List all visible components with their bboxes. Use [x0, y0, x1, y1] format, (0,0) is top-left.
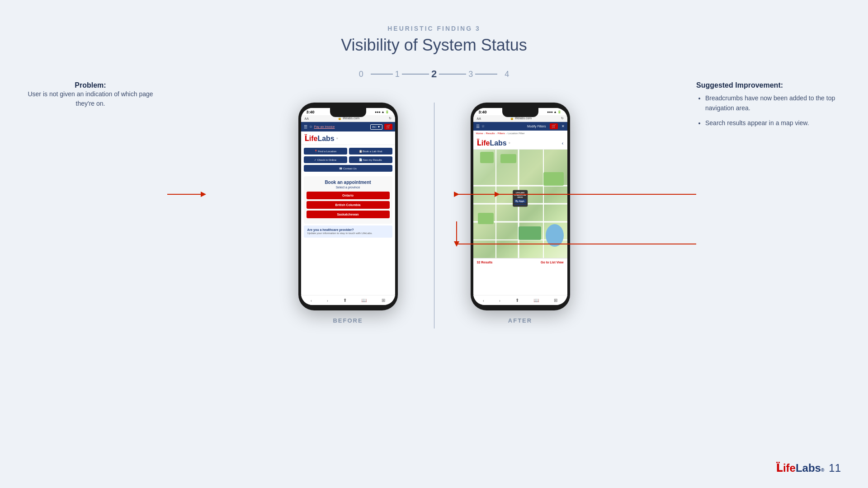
problem-text: User is not given an indication of which…	[27, 89, 154, 108]
sep1: ›	[484, 132, 485, 135]
breadcrumb-bar: Home › Results › Filters › Location Filt…	[473, 131, 567, 136]
british-columbia-btn[interactable]: British Columbia	[307, 201, 390, 209]
after-label: AFTER	[508, 317, 532, 324]
sep2: ›	[496, 132, 497, 135]
app-buttons-grid: 📍 Find a Location 📋 Book a Lab Visit ✓ C…	[301, 145, 395, 174]
before-section: 3:40 ◀ LifeLabs ●●● ▲ 🔋 AA 🔒 lifelabs.co…	[298, 103, 398, 324]
improvement-title: Suggested Improvement:	[696, 81, 841, 89]
cart-icon[interactable]: 🛒	[384, 124, 392, 130]
url-refresh-after: ↻	[561, 117, 564, 120]
share-btn[interactable]: ⬆	[343, 298, 347, 303]
contact-us-btn[interactable]: ☎ Contact Us	[304, 165, 392, 172]
logo-tm-after: ®	[509, 142, 510, 144]
after-section: 3:40 ▲ ●●● ▲ 🔋 AA 🔒 lifelabs.com ↻ ☰ ☆ M…	[471, 103, 570, 324]
back-btn-after[interactable]: ‹	[483, 298, 484, 303]
svg-rect-11	[519, 226, 541, 240]
share-btn-after[interactable]: ⬆	[515, 298, 519, 303]
ontario-btn[interactable]: Ontario	[307, 192, 390, 199]
logo-trademark: ®	[336, 137, 338, 140]
logo-labs-after: Labs	[490, 139, 506, 147]
nav-star-before: ☆	[309, 125, 312, 129]
url-after: 🔒 lifelabs.com	[510, 117, 532, 120]
section-divider	[434, 103, 434, 328]
progress-0[interactable]: 0	[357, 70, 366, 79]
list-view-link[interactable]: Go to List View	[541, 261, 563, 264]
svg-rect-8	[500, 154, 516, 163]
results-bar: 32 Results Go to List View	[473, 258, 567, 266]
sep3: ›	[506, 132, 507, 135]
check-in-btn[interactable]: ✓ Check in Online	[304, 156, 347, 163]
finding-title: Visibility of System Status	[0, 36, 868, 55]
modify-filters-btn[interactable]: Modify Filters	[486, 125, 546, 128]
pin-title: LIFELABSCOMMERCIALDRIVE	[514, 192, 527, 198]
bc-badge[interactable]: BC ▼	[370, 124, 382, 130]
bottom-bar-after: ‹ › ⬆ 📖 ⊞	[473, 295, 567, 305]
book-appt-section: Book an appointment Select a province On…	[304, 176, 392, 224]
tabs-btn-after[interactable]: ⊞	[554, 298, 557, 303]
tabs-btn[interactable]: ⊞	[382, 298, 385, 303]
nav-pay: Pay an Invoice	[314, 125, 369, 128]
app-nav-before: ☰ ☆ Pay an Invoice BC ▼ 🛒	[301, 122, 395, 131]
svg-point-12	[546, 224, 564, 247]
improvement-point-2: Search results appear in a map view.	[705, 118, 841, 128]
improvement-list: Breadcrumbs have now been added to the t…	[696, 93, 841, 128]
hamburger-icon: ☰	[304, 125, 307, 129]
progress-4[interactable]: 4	[502, 70, 511, 79]
phone-notch-before	[330, 108, 366, 117]
after-phone: 3:40 ▲ ●●● ▲ 🔋 AA 🔒 lifelabs.com ↻ ☰ ☆ M…	[471, 103, 570, 310]
footer-life: L̈ife	[776, 462, 796, 474]
results-count[interactable]: 32 Results	[477, 261, 493, 264]
book-lab-btn[interactable]: 📋 Book a Lab Visit	[349, 148, 392, 155]
healthcare-title: Are you a healthcare provider?	[307, 228, 389, 231]
bookmarks-btn[interactable]: 📖	[361, 298, 367, 303]
problem-title: Problem:	[75, 81, 106, 89]
after-screen: 3:40 ▲ ●●● ▲ 🔋 AA 🔒 lifelabs.com ↻ ☰ ☆ M…	[473, 108, 567, 305]
crumb-home[interactable]: Home	[476, 132, 483, 135]
forward-btn[interactable]: ›	[327, 298, 328, 303]
crumb-filters[interactable]: Filters	[498, 132, 505, 135]
before-label: BEFORE	[333, 317, 363, 324]
back-arrow[interactable]: ‹	[562, 140, 564, 146]
book-subtitle: Select a province	[307, 186, 390, 189]
crumb-location: Location Filter	[508, 132, 525, 135]
progress-2-active[interactable]: 2	[429, 68, 439, 80]
footer-logo: L̈ifeLabs®	[776, 462, 825, 474]
pin-badge: By Appt.	[514, 199, 527, 203]
hamburger-after: ☰	[476, 124, 480, 129]
slide-header: HEURISTIC FINDING 3 Visibility of System…	[0, 0, 868, 55]
before-screen: 3:40 ◀ LifeLabs ●●● ▲ 🔋 AA 🔒 lifelabs.co…	[301, 108, 395, 305]
bottom-bar-before: ‹ › ⬆ 📖 ⊞	[301, 295, 395, 305]
progress-3[interactable]: 3	[466, 70, 475, 79]
forward-btn-after[interactable]: ›	[499, 298, 500, 303]
my-results-btn[interactable]: 📄 See my Results	[349, 156, 392, 163]
star-after: ☆	[481, 124, 485, 128]
bookmarks-btn-after[interactable]: 📖	[533, 298, 539, 303]
healthcare-text: Update your information to stay in touch…	[307, 231, 389, 235]
after-nav-bar: ☰ ☆ Modify Filters 🛒 ✕	[473, 122, 567, 131]
page-number: 11	[829, 462, 841, 474]
saskatchewan-btn[interactable]: Saskatchewan	[307, 211, 390, 218]
finding-number: HEURISTIC FINDING 3	[0, 25, 868, 32]
back-btn[interactable]: ‹	[311, 298, 312, 303]
healthcare-section: Are you a healthcare provider? Update yo…	[304, 225, 392, 238]
logo-life-after: L̈ife	[477, 139, 490, 147]
phone-notch-after	[502, 108, 538, 117]
cart-after: 🛒	[550, 123, 558, 129]
lifelabs-logo-after: L̈ifeLabs ® ‹	[473, 136, 567, 150]
before-phone: 3:40 ◀ LifeLabs ●●● ▲ 🔋 AA 🔒 lifelabs.co…	[298, 103, 398, 310]
svg-rect-7	[480, 152, 494, 163]
progress-1[interactable]: 1	[393, 70, 402, 79]
progress-bar: 0 1 2 3 4	[0, 68, 868, 80]
map-pin: LIFELABSCOMMERCIALDRIVE By Appt.	[513, 190, 528, 207]
crumb-results[interactable]: Results	[486, 132, 495, 135]
find-location-btn[interactable]: 📍 Find a Location	[304, 148, 347, 155]
url-text: 🔒 lifelabs.com	[338, 117, 359, 120]
logo-life-before: L̈ife	[305, 135, 318, 142]
problem-annotation: Problem: User is not given an indication…	[27, 81, 154, 108]
url-refresh: ↻	[389, 117, 392, 120]
close-after[interactable]: ✕	[561, 124, 565, 128]
map-view: LIFELABSCOMMERCIALDRIVE By Appt.	[473, 150, 567, 258]
page-footer: L̈ifeLabs® 11	[776, 462, 841, 474]
time-after: 3:40	[479, 110, 487, 114]
icons-before: ●●● ▲ 🔋	[375, 110, 390, 114]
